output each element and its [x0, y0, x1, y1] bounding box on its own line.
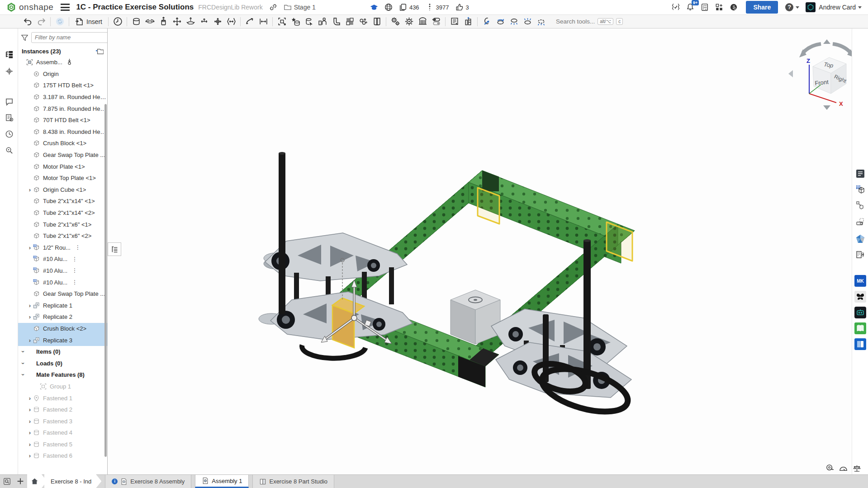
- drawing-icon[interactable]: [448, 16, 461, 28]
- tree-item[interactable]: #10 Alu...⋮: [18, 253, 107, 265]
- tree-item[interactable]: ›Fastened 1: [18, 392, 107, 404]
- tree-item[interactable]: Tube 2"x1"x14" <1>: [18, 195, 107, 207]
- section-view-icon[interactable]: [480, 16, 493, 28]
- folder-icon[interactable]: [284, 3, 292, 11]
- expand-arrow-icon[interactable]: ›: [27, 302, 33, 309]
- avatar[interactable]: [806, 2, 816, 12]
- insert-button[interactable]: Insert: [71, 16, 106, 28]
- onshape-logo-icon[interactable]: [6, 2, 16, 12]
- instances-panel-icon[interactable]: [4, 49, 14, 60]
- tree-item[interactable]: Assemb...: [18, 57, 107, 68]
- replicate-icon[interactable]: [356, 16, 370, 28]
- group-icon[interactable]: [275, 16, 289, 28]
- bom-table-icon[interactable]: [461, 16, 475, 28]
- tree-item[interactable]: Tube 2"x1"x6" <2>: [18, 230, 107, 242]
- tree-item[interactable]: ›Fastened 5: [18, 439, 107, 450]
- tree-item[interactable]: Crush Block <1>: [18, 137, 107, 149]
- expand-arrow-icon[interactable]: ›: [27, 337, 33, 344]
- redo-icon[interactable]: [34, 16, 48, 28]
- release-tasks-icon[interactable]: [701, 3, 709, 11]
- custom-app-icon[interactable]: [854, 249, 866, 261]
- bom-panel-icon[interactable]: [854, 184, 866, 195]
- expand-arrow-icon[interactable]: ›: [27, 244, 33, 251]
- user-caret-icon[interactable]: [858, 6, 862, 9]
- rack-pinion-icon[interactable]: [416, 16, 429, 28]
- mate-relation-icon[interactable]: [243, 16, 256, 28]
- named-positions-icon[interactable]: [289, 16, 302, 28]
- tree-item[interactable]: ›Replicate 3: [18, 334, 107, 346]
- mass-properties-icon[interactable]: [853, 464, 861, 473]
- part-studio-icon[interactable]: [370, 16, 384, 28]
- display-states-icon[interactable]: [507, 16, 521, 28]
- revision-clock-icon[interactable]: [111, 16, 124, 28]
- tab-assembly-1[interactable]: Assembly 1: [195, 474, 249, 488]
- expand-arrow-icon[interactable]: ›: [27, 395, 33, 402]
- history-panel-icon[interactable]: [4, 128, 14, 139]
- butterfly-app-icon[interactable]: [854, 291, 866, 303]
- share-button[interactable]: Share: [746, 1, 778, 14]
- named-views-icon[interactable]: [521, 16, 534, 28]
- search-navigate-icon[interactable]: [4, 145, 14, 156]
- slot-config-icon[interactable]: [854, 216, 866, 228]
- tree-item[interactable]: Origin: [18, 68, 107, 80]
- tree-item[interactable]: ›1/2" Rou...⋮: [18, 242, 107, 254]
- document-title[interactable]: 1C - Practice Exercise Solutions: [76, 3, 194, 12]
- rotate-left-arrow[interactable]: [803, 44, 821, 53]
- fixed-pin-icon[interactable]: [67, 58, 72, 66]
- planar-mate-icon[interactable]: [170, 16, 184, 28]
- expand-arrow-icon[interactable]: ›: [27, 452, 33, 459]
- help-caret-icon[interactable]: [796, 6, 799, 9]
- tilt-down-arrow[interactable]: [823, 105, 830, 110]
- tree-item[interactable]: Motor Plate <1>: [18, 161, 107, 172]
- features-panel-icon[interactable]: [4, 66, 14, 76]
- tree-item[interactable]: ›Replicate 2: [18, 311, 107, 323]
- notifications-bell-icon[interactable]: 9+: [686, 3, 694, 11]
- expand-arrow-icon[interactable]: ›: [20, 360, 27, 366]
- follow-mode-icon[interactable]: [4, 112, 14, 123]
- tree-item[interactable]: Tube 2"x1"x14" <2>: [18, 207, 107, 219]
- expand-arrow-icon[interactable]: ›: [27, 186, 33, 193]
- tree-item[interactable]: ›Loads (0): [18, 357, 107, 369]
- docs-green-app-icon[interactable]: [854, 322, 866, 334]
- tree-item[interactable]: Motor Top Plate <1>: [18, 172, 107, 184]
- tree-item[interactable]: Group 1: [18, 381, 107, 393]
- ball-mate-icon[interactable]: [211, 16, 224, 28]
- version-graph-icon[interactable]: [426, 3, 434, 11]
- tilt-up-arrow[interactable]: [823, 39, 830, 44]
- expand-arrow-icon[interactable]: ›: [27, 441, 33, 448]
- panel-collapse-toggle[interactable]: [108, 242, 121, 256]
- filter-icon[interactable]: [21, 34, 28, 42]
- search-tabs-icon[interactable]: [0, 474, 14, 488]
- search-tools[interactable]: Search tools... alt/⌥ c: [556, 18, 623, 25]
- docs-blue-app-icon[interactable]: [854, 338, 866, 350]
- right-shaft-post[interactable]: [583, 240, 591, 389]
- user-name[interactable]: Andrew Card: [819, 4, 856, 11]
- filter-input[interactable]: [31, 32, 108, 43]
- tree-item[interactable]: ›Fastened 2: [18, 404, 107, 416]
- linked-parts-icon[interactable]: [854, 199, 866, 211]
- cylindrical-mate-icon[interactable]: [184, 16, 197, 28]
- tree-item[interactable]: ›Mate Features (8): [18, 369, 107, 381]
- toggle-icon[interactable]: [429, 16, 443, 28]
- tab-exercise-8-ind[interactable]: Exercise 8 - Ind: [44, 474, 101, 488]
- origin-cube-part[interactable]: [451, 290, 500, 344]
- protractor-icon[interactable]: [839, 464, 848, 473]
- measure-distance-icon[interactable]: [256, 16, 270, 28]
- 3d-viewport-canvas[interactable]: [108, 28, 852, 474]
- tree-item[interactable]: ›Replicate 1: [18, 299, 107, 311]
- tree-item[interactable]: Crush Block <2>: [18, 323, 107, 335]
- tree-item[interactable]: #10 Alu...⋮: [18, 265, 107, 277]
- exploded-view-icon[interactable]: [493, 16, 507, 28]
- render-studio-icon[interactable]: [854, 233, 866, 245]
- expand-arrow-icon[interactable]: ›: [20, 372, 27, 378]
- breadcrumb[interactable]: Stage 1: [294, 4, 316, 11]
- tree-item[interactable]: #10 Alu...⋮: [18, 276, 107, 288]
- tree-item[interactable]: ›Items (0): [18, 346, 107, 358]
- expand-arrow-icon[interactable]: ›: [20, 349, 27, 355]
- tree-item[interactable]: 7.875 in. Rounded Hex...: [18, 103, 107, 114]
- tree-item[interactable]: Gear Swap Top Plate ...: [18, 288, 107, 300]
- pan-left-arrow[interactable]: [788, 70, 793, 77]
- robot-app-icon[interactable]: [854, 307, 866, 318]
- tape-measure-icon[interactable]: [825, 464, 834, 473]
- view-cube-front-label[interactable]: Front: [815, 78, 829, 86]
